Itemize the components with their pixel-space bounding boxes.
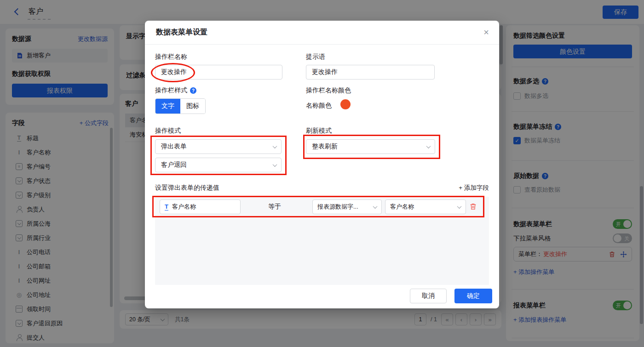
passed-field-value: 客户名称 <box>172 203 196 211</box>
tab-icon-style[interactable]: 图标 <box>180 99 205 114</box>
action-mode-select[interactable]: 弹出表单 <box>155 139 282 154</box>
tooltip-label: 提示语 <box>306 53 325 61</box>
passed-values-panel: T 客户名称 等于 报表源数据字... 客户名称 <box>155 197 489 285</box>
ok-button[interactable]: 确定 <box>454 289 492 303</box>
refresh-mode-value: 整表刷新 <box>312 142 338 151</box>
source-field-select[interactable]: 报表源数据字... <box>312 199 382 214</box>
name-color-swatch[interactable] <box>340 99 351 109</box>
action-bar-name-value: 更改操作 <box>161 68 187 76</box>
passed-field-input[interactable]: T 客户名称 <box>160 199 241 214</box>
tab-text-style[interactable]: 文字 <box>155 99 180 114</box>
action-bar-name-label: 操作栏名称 <box>155 53 187 61</box>
target-field-value: 客户名称 <box>390 203 414 211</box>
source-field-value: 报表源数据字... <box>317 203 358 211</box>
close-icon[interactable]: × <box>483 27 489 38</box>
overlay-scrollbar[interactable] <box>500 25 503 64</box>
tooltip-input[interactable]: 更改操作 <box>306 65 435 80</box>
chevron-down-icon <box>273 144 277 148</box>
page-scrollbar[interactable] <box>640 186 643 324</box>
chevron-down-icon <box>273 162 277 167</box>
target-field-select[interactable]: 客户名称 <box>385 199 466 214</box>
text-field-icon: T <box>165 204 168 210</box>
tooltip-value: 更改操作 <box>312 68 338 76</box>
action-bar-name-input[interactable]: 更改操作 <box>155 65 282 80</box>
chevron-down-icon <box>373 204 378 209</box>
refresh-mode-select[interactable]: 整表刷新 <box>306 139 435 154</box>
name-color-label: 名称颜色 <box>306 102 332 110</box>
chevron-down-icon <box>426 144 431 148</box>
style-tab-group: 文字 图标 <box>155 98 206 114</box>
operator-label: 等于 <box>268 203 281 211</box>
dialog-header: 数据表菜单设置 × <box>145 21 499 45</box>
action-mode-label: 操作模式 <box>155 127 181 135</box>
action-mode-value: 弹出表单 <box>161 142 187 151</box>
action-form-select[interactable]: 客户退回 <box>155 158 282 172</box>
action-form-value: 客户退回 <box>161 161 187 169</box>
trash-icon[interactable] <box>469 203 477 210</box>
cancel-button[interactable]: 取消 <box>410 289 447 303</box>
help-icon[interactable]: ? <box>190 87 196 94</box>
action-bar-style-label: 操作栏样式 <box>155 86 187 95</box>
passed-values-label: 设置弹出表单的传递值 <box>155 184 219 192</box>
refresh-mode-label: 刷新模式 <box>306 127 332 135</box>
add-field-link[interactable]: + 添加字段 <box>459 184 489 192</box>
app-window: 客户 保存 数据源 更改数据源 新增客户 数据获取权限 报表权限 字段 + 公式… <box>0 0 644 347</box>
dialog-title: 数据表菜单设置 <box>156 28 207 37</box>
action-bar-style-label-row: 操作栏样式 ? <box>155 86 196 95</box>
action-bar-color-label: 操作栏名称颜色 <box>306 86 351 95</box>
chevron-down-icon <box>457 204 462 209</box>
table-menu-settings-dialog: 数据表菜单设置 × 操作栏名称 更改操作 提示语 更改操作 操作栏样式 ? 文字… <box>145 21 499 308</box>
